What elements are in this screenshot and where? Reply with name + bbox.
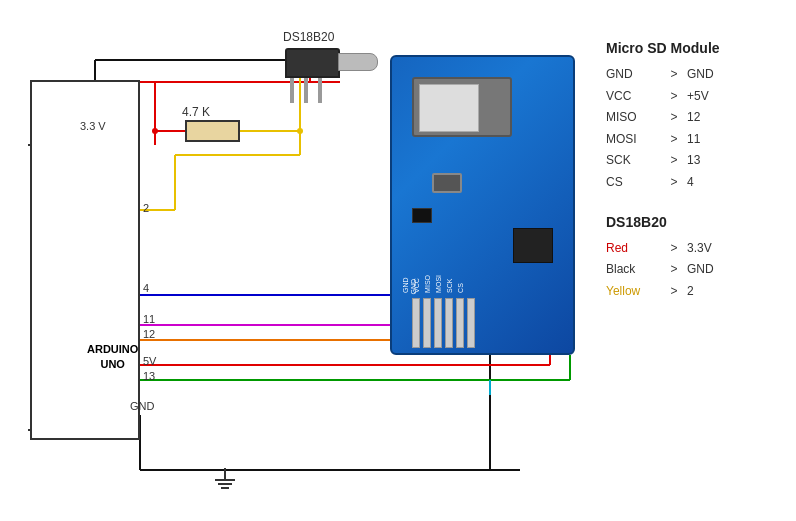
sd-module-table: GND > GND VCC > +5V MISO > 12 MOSI > 11 … <box>606 64 781 194</box>
svg-point-44 <box>152 128 158 134</box>
svg-point-45 <box>297 128 303 134</box>
sensor-pin-left <box>290 78 294 103</box>
sd-pin-text: GND VCC MISO MOSI SCK CS <box>402 275 464 293</box>
sd-card <box>419 84 479 132</box>
sensor-pin-mid <box>304 78 308 103</box>
pin-2-label: 2 <box>143 202 149 214</box>
sensor-cap <box>338 53 378 71</box>
pin-4-label: 4 <box>143 282 149 294</box>
ds18b20-table: Red > 3.3V Black > GND Yellow > 2 <box>606 238 781 303</box>
sd-row-vcc: VCC > +5V <box>606 86 781 108</box>
ds-row-black: Black > GND <box>606 259 781 281</box>
ds18b20-label: DS18B20 <box>283 30 334 44</box>
ds-row-red: Red > 3.3V <box>606 238 781 260</box>
sd-row-sck: SCK > 13 <box>606 150 781 172</box>
voltage-3v3-label: 3.3 V <box>80 120 106 132</box>
diagram-container: ARDUINO UNO 2 4 11 12 5V 13 GND 3.3 V 4.… <box>0 0 796 521</box>
sd-slot <box>412 77 512 137</box>
resistor-label: 4.7 K <box>182 105 210 119</box>
sd-row-mosi: MOSI > 11 <box>606 129 781 151</box>
sd-module: GND GND VCC MISO MOSI SCK CS <box>390 55 575 355</box>
resistor <box>185 120 240 142</box>
sd-row-gnd: GND > GND <box>606 64 781 86</box>
ds18b20-info-title: DS18B20 <box>606 214 781 230</box>
pin-5v-label: 5V <box>143 355 156 367</box>
sd-usb-port <box>432 173 462 193</box>
ds18b20-sensor <box>285 48 340 78</box>
sd-pin-headers <box>412 298 475 348</box>
sd-component1 <box>412 208 432 223</box>
pin-12-label: 12 <box>143 328 155 340</box>
ds-row-yellow: Yellow > 2 <box>606 281 781 303</box>
sd-row-miso: MISO > 12 <box>606 107 781 129</box>
pin-gnd-label: GND <box>130 400 154 412</box>
sd-module-title: Micro SD Module <box>606 40 781 56</box>
sensor-pin-right <box>318 78 322 103</box>
sd-row-cs: CS > 4 <box>606 172 781 194</box>
arduino-box: ARDUINO UNO <box>30 80 140 440</box>
info-panel: Micro SD Module GND > GND VCC > +5V MISO… <box>606 40 781 322</box>
pin-11-label: 11 <box>143 313 155 325</box>
pin-13-label: 13 <box>143 370 155 382</box>
arduino-label: ARDUINO UNO <box>87 342 138 373</box>
sd-chip <box>513 228 553 263</box>
